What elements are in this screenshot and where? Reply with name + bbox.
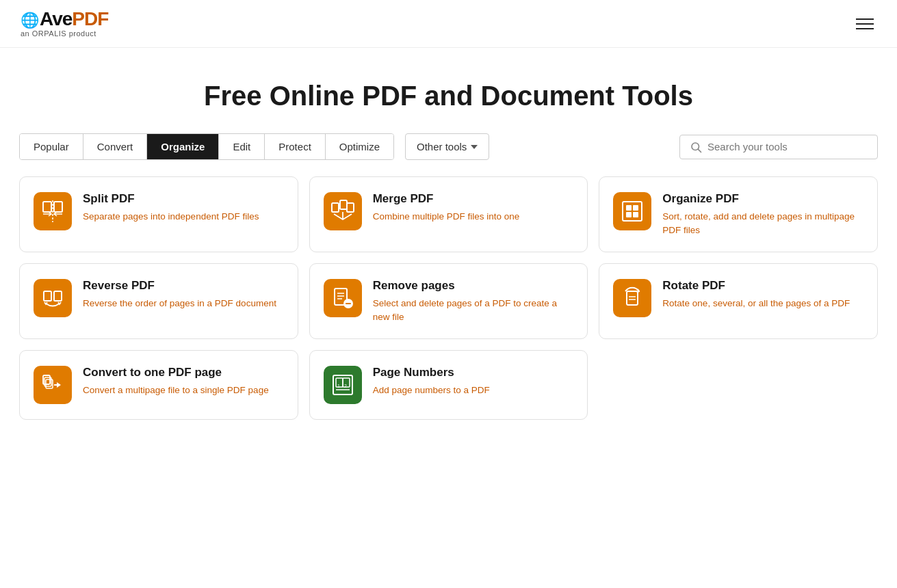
svg-rect-9 [347, 203, 354, 212]
page-numbers-title: Page Numbers [373, 366, 490, 379]
remove-pages-text: Remove pages Select and delete pages of … [373, 279, 574, 323]
tab-convert[interactable]: Convert [83, 134, 148, 159]
tool-card-reverse-pdf[interactable]: Reverse PDF Reverse the order of pages i… [19, 263, 298, 339]
convert-one-page-title: Convert to one PDF page [83, 366, 269, 379]
convert-one-page-icon [40, 373, 65, 397]
split-pdf-title: Split PDF [83, 192, 259, 206]
svg-rect-2 [43, 202, 51, 212]
reverse-pdf-icon [40, 286, 65, 310]
organize-pdf-title: Organize PDF [662, 192, 863, 206]
tab-optimize[interactable]: Optimize [326, 134, 393, 159]
logo-pdf: PDF [72, 8, 108, 29]
tool-card-organize-pdf[interactable]: Organize PDF Sort, rotate, add and delet… [599, 176, 878, 252]
tool-card-split-pdf[interactable]: Split PDF Separate pages into independen… [19, 176, 298, 252]
tool-card-page-numbers[interactable]: 1 2 Page Numbers Add page numbers to a P… [309, 350, 588, 420]
remove-pages-icon-bg [324, 279, 362, 317]
rotate-pdf-text: Rotate PDF Rotate one, several, or all t… [662, 279, 850, 310]
svg-text:1: 1 [337, 384, 340, 388]
rotate-pdf-title: Rotate PDF [662, 279, 850, 293]
rotate-pdf-desc: Rotate one, several, or all the pages of… [662, 297, 850, 310]
chevron-down-icon [471, 145, 478, 149]
organize-pdf-desc: Sort, rotate, add and delete pages in mu… [662, 210, 863, 237]
tool-card-rotate-pdf[interactable]: Rotate PDF Rotate one, several, or all t… [599, 263, 878, 339]
logo[interactable]: 🌐AvePDF an ORPALIS product [21, 10, 108, 38]
svg-rect-17 [54, 291, 62, 301]
other-tools-button[interactable]: Other tools [405, 133, 489, 160]
convert-one-page-desc: Convert a multipage file to a single PDF… [83, 384, 269, 397]
hero-section: Free Online PDF and Document Tools [0, 48, 897, 133]
reverse-pdf-text: Reverse PDF Reverse the order of pages i… [83, 279, 276, 310]
page-numbers-text: Page Numbers Add page numbers to a PDF [373, 366, 490, 397]
split-pdf-icon-bg [34, 192, 72, 230]
organize-pdf-icon-bg [613, 192, 651, 230]
svg-rect-14 [626, 212, 632, 217]
split-pdf-icon [40, 199, 65, 224]
svg-rect-24 [627, 291, 638, 305]
svg-line-1 [698, 149, 701, 152]
convert-one-page-icon-bg [34, 366, 72, 404]
hero-title: Free Online PDF and Document Tools [14, 81, 883, 111]
svg-rect-11 [623, 202, 642, 221]
remove-pages-title: Remove pages [373, 279, 574, 293]
page-numbers-desc: Add page numbers to a PDF [373, 384, 490, 397]
split-pdf-desc: Separate pages into independent PDF file… [83, 210, 259, 224]
search-input[interactable] [707, 141, 868, 152]
svg-rect-16 [44, 291, 51, 301]
other-tools-label: Other tools [417, 141, 467, 152]
tab-organize[interactable]: Organize [147, 134, 219, 159]
page-numbers-icon: 1 2 [330, 373, 355, 397]
hamburger-line-2 [856, 23, 874, 25]
logo-sub: an ORPALIS product [21, 30, 108, 38]
svg-rect-7 [332, 203, 339, 212]
search-icon [690, 141, 702, 153]
logo-text: 🌐AvePDF [21, 10, 108, 29]
svg-text:2: 2 [344, 384, 347, 388]
reverse-pdf-title: Reverse PDF [83, 279, 276, 293]
svg-rect-15 [633, 212, 638, 217]
tab-group: Popular Convert Organize Edit Protect Op… [19, 133, 394, 160]
rotate-pdf-icon-bg [613, 279, 651, 317]
merge-pdf-title: Merge PDF [373, 192, 520, 206]
tab-edit[interactable]: Edit [219, 134, 265, 159]
hamburger-button[interactable] [853, 16, 876, 32]
merge-pdf-text: Merge PDF Combine multiple PDF files int… [373, 192, 520, 224]
organize-pdf-text: Organize PDF Sort, rotate, add and delet… [662, 192, 863, 237]
page-numbers-icon-bg: 1 2 [324, 366, 362, 404]
remove-pages-icon [330, 286, 355, 310]
split-pdf-text: Split PDF Separate pages into independen… [83, 192, 259, 224]
tool-card-convert-one-page[interactable]: Convert to one PDF page Convert a multip… [19, 350, 298, 420]
reverse-pdf-icon-bg [34, 279, 72, 317]
merge-pdf-desc: Combine multiple PDF files into one [373, 210, 520, 224]
organize-pdf-icon [620, 199, 645, 224]
merge-pdf-icon [330, 199, 355, 224]
tool-card-merge-pdf[interactable]: Merge PDF Combine multiple PDF files int… [309, 176, 588, 252]
header: 🌐AvePDF an ORPALIS product [0, 0, 897, 48]
tab-protect[interactable]: Protect [265, 134, 326, 159]
svg-rect-13 [633, 205, 638, 211]
svg-rect-3 [54, 202, 62, 212]
tool-card-remove-pages[interactable]: Remove pages Select and delete pages of … [309, 263, 588, 339]
search-box [679, 135, 878, 159]
tab-bar: Popular Convert Organize Edit Protect Op… [0, 133, 897, 160]
hamburger-line-3 [856, 28, 874, 29]
tool-grid: Split PDF Separate pages into independen… [0, 176, 897, 447]
svg-rect-8 [340, 200, 347, 209]
reverse-pdf-desc: Reverse the order of pages in a PDF docu… [83, 297, 276, 310]
rotate-pdf-icon [620, 286, 645, 310]
svg-rect-12 [626, 205, 632, 211]
remove-pages-desc: Select and delete pages of a PDF to crea… [373, 297, 574, 323]
tab-popular[interactable]: Popular [20, 134, 83, 159]
convert-one-page-text: Convert to one PDF page Convert a multip… [83, 366, 269, 397]
hamburger-line-1 [856, 18, 874, 20]
logo-ave: Ave [40, 8, 72, 29]
merge-pdf-icon-bg [324, 192, 362, 230]
